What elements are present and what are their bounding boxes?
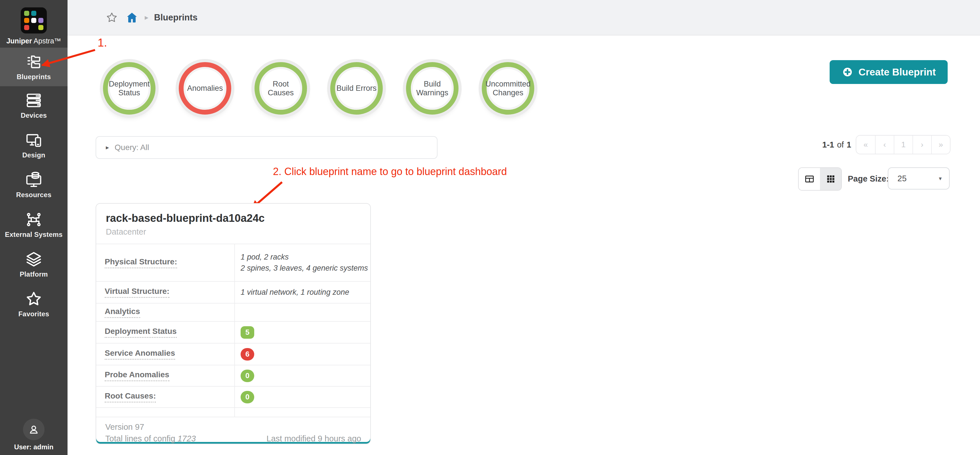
card-view-button[interactable]: [820, 168, 841, 190]
create-blueprint-label: Create Blueprint: [859, 66, 936, 78]
status-circle-build-errors[interactable]: Build Errors: [330, 62, 383, 115]
sidebar-item-favorites[interactable]: Favorites: [0, 285, 68, 323]
blueprint-version: Version 97: [105, 422, 196, 432]
blueprint-config-lines: Total lines of config 1723: [105, 434, 196, 443]
table-spacer-row: [96, 408, 370, 417]
status-circle-anomalies[interactable]: Anomalies: [179, 62, 231, 115]
logo-cell: [31, 18, 36, 23]
logo-cell: [38, 18, 43, 23]
status-circle-label: Anomalies: [186, 83, 223, 93]
table-row: Virtual Structure: 1 virtual network, 1 …: [96, 282, 370, 304]
sidebar: Juniper Apstra™ Blueprints Devices Desig…: [0, 0, 68, 455]
blueprint-last-modified: Last modified 9 hours ago: [266, 434, 361, 443]
status-circle-label: Root Causes: [259, 79, 302, 97]
blueprint-type: Datacenter: [106, 227, 361, 237]
logo-cell: [24, 25, 29, 30]
blueprint-name-link[interactable]: rack-based-blueprint-da10a24c: [106, 212, 361, 224]
status-circle-deployment-status[interactable]: Deployment Status: [103, 62, 156, 115]
create-blueprint-button[interactable]: Create Blueprint: [830, 60, 948, 84]
favorite-star-icon[interactable]: [105, 11, 118, 24]
logo-cell: [24, 11, 29, 16]
logo-cell: [31, 11, 36, 16]
query-filter-box[interactable]: ▸ Query: All: [95, 136, 438, 159]
page-size-label: Page Size:: [848, 174, 889, 183]
pagination-range: 1-1: [822, 140, 834, 150]
user-block[interactable]: User: admin: [0, 419, 68, 451]
expand-caret-icon: ▸: [106, 144, 109, 151]
status-circles-row: Deployment Status Anomalies Root Causes …: [103, 62, 534, 115]
sidebar-item-platform[interactable]: Platform: [0, 245, 68, 284]
pagination-controls: « ‹ 1 › »: [856, 135, 950, 154]
status-circle-label: Deployment Status: [108, 79, 151, 97]
brand-label: Juniper Apstra™: [0, 37, 68, 45]
brand-rest: Apstra™: [32, 37, 61, 45]
blueprint-card-table: Physical Structure: 1 pod, 2 racks 2 spi…: [96, 244, 370, 417]
status-circle-label: Uncommitted Changes: [485, 79, 531, 97]
table-row: Physical Structure: 1 pod, 2 racks 2 spi…: [96, 244, 370, 282]
row-label-analytics[interactable]: Analytics: [105, 307, 140, 318]
sidebar-item-design[interactable]: Design: [0, 126, 68, 164]
resources-icon: [25, 171, 43, 189]
annotation-step1: 1.: [98, 36, 107, 49]
plus-circle-icon: [842, 66, 853, 78]
pagination-of: of: [837, 140, 844, 150]
blueprints-icon: [25, 53, 43, 71]
query-label: Query: All: [115, 143, 149, 152]
first-page-button[interactable]: «: [856, 135, 875, 154]
view-toggle: [798, 167, 842, 191]
row-label-physical-structure[interactable]: Physical Structure:: [105, 257, 177, 268]
sidebar-item-label: External Systems: [5, 231, 62, 239]
status-badge: 0: [240, 391, 254, 403]
star-icon: [25, 290, 43, 308]
status-circle-root-causes[interactable]: Root Causes: [255, 62, 307, 115]
chevron-down-icon: ▾: [939, 175, 942, 182]
home-icon[interactable]: [126, 11, 138, 24]
sidebar-item-blueprints[interactable]: Blueprints: [0, 48, 68, 86]
status-badge: 0: [240, 370, 254, 382]
sidebar-item-external-systems[interactable]: External Systems: [0, 205, 68, 244]
row-label-service-anomalies[interactable]: Service Anomalies: [105, 348, 175, 360]
breadcrumb-separator-icon: ▸: [145, 13, 148, 22]
config-label: Total lines of config: [105, 434, 178, 443]
breadcrumb-current[interactable]: Blueprints: [154, 13, 197, 23]
status-badge: 5: [240, 326, 254, 339]
table-view-button[interactable]: [799, 168, 820, 190]
external-systems-icon: [25, 211, 43, 228]
annotation-step2: 2. Click blueprint name to go to bluepri…: [273, 165, 507, 178]
apstra-logo-icon: [21, 7, 47, 33]
current-page-button[interactable]: 1: [894, 135, 912, 154]
user-icon: [27, 423, 41, 436]
status-badge: 6: [240, 348, 254, 361]
row-label-probe-anomalies[interactable]: Probe Anomalies: [105, 370, 169, 381]
user-avatar: [23, 419, 45, 440]
blueprint-card-header: rack-based-blueprint-da10a24c Datacenter: [96, 204, 370, 244]
brand: Juniper Apstra™: [0, 0, 68, 45]
row-label-root-causes[interactable]: Root Causes:: [105, 391, 156, 402]
row-label-virtual-structure[interactable]: Virtual Structure:: [105, 287, 169, 298]
page-size-value: 25: [897, 174, 907, 183]
blueprint-card-footer: Version 97 Total lines of config 1723 La…: [96, 417, 370, 451]
next-page-button[interactable]: ›: [912, 135, 931, 154]
sidebar-item-label: Blueprints: [17, 73, 51, 81]
sidebar-item-label: Design: [22, 151, 45, 159]
prev-page-button[interactable]: ‹: [875, 135, 894, 154]
table-view-icon: [804, 174, 815, 184]
status-circle-build-warnings[interactable]: Build Warnings: [406, 62, 458, 115]
user-label: User: admin: [0, 443, 68, 451]
logo-cell: [38, 25, 43, 30]
status-circle-uncommitted-changes[interactable]: Uncommitted Changes: [482, 62, 534, 115]
pagination-total: 1: [846, 140, 851, 150]
row-value: 1 pod, 2 racks: [240, 253, 370, 261]
logo-cell: [31, 25, 36, 30]
platform-icon: [25, 250, 43, 268]
sidebar-item-devices[interactable]: Devices: [0, 86, 68, 125]
devices-icon: [25, 92, 43, 109]
row-label-deployment-status[interactable]: Deployment Status: [105, 327, 177, 338]
sidebar-item-resources[interactable]: Resources: [0, 165, 68, 204]
topbar: ▸ Blueprints: [68, 0, 980, 35]
page-size-select[interactable]: 25 ▾: [888, 167, 950, 189]
last-page-button[interactable]: »: [931, 135, 950, 154]
sidebar-item-label: Resources: [16, 191, 52, 199]
sidebar-item-label: Platform: [20, 270, 48, 278]
row-value: 2 spines, 3 leaves, 4 generic systems: [240, 264, 370, 273]
